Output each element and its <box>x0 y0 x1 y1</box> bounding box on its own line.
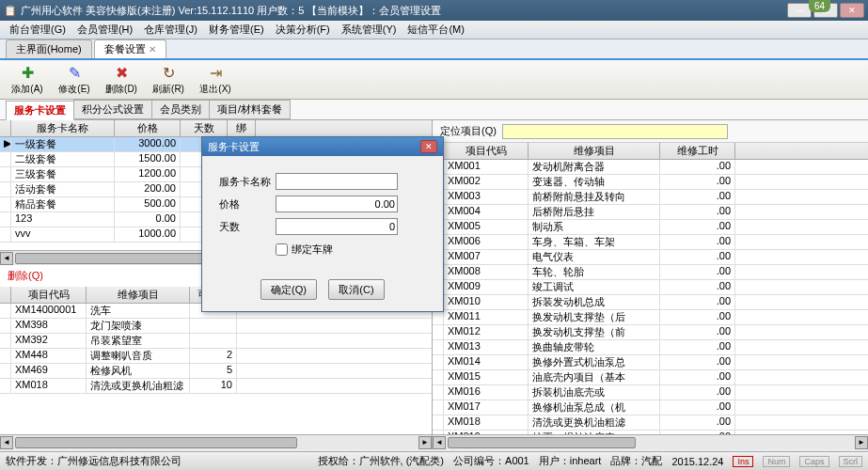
table-row[interactable]: XM002变速器、传动轴.00 <box>433 175 868 190</box>
days-input[interactable] <box>276 218 398 235</box>
status-date: 2015.12.24 <box>671 456 723 467</box>
left-bottom-grid[interactable]: XM14000001洗车XM398龙门架喷漆XM392吊装紧望室XM448调整喇… <box>0 304 432 434</box>
plus-icon: ✚ <box>18 64 37 83</box>
window-titlebar: 📋 广州用心软件 美容快修版(未注册) Ver:15.112.1110 用户数：… <box>0 0 868 21</box>
dialog-close-button[interactable]: ✕ <box>420 140 437 153</box>
exit-button[interactable]: ⇥退出(X) <box>196 64 235 96</box>
table-row[interactable]: XM018清洗或更换机油粗滤10 <box>0 379 432 394</box>
tab-home[interactable]: 主界面(Home) <box>6 39 92 58</box>
table-row[interactable]: XM012换发动机支撑垫（前.00 <box>433 325 868 340</box>
table-row[interactable]: XM001发动机附离合器.00 <box>433 160 868 175</box>
bind-vehicle-checkbox[interactable] <box>276 243 288 256</box>
cancel-button[interactable]: 取消(C) <box>328 279 385 300</box>
table-row[interactable]: XM005制动系.00 <box>433 220 868 235</box>
delete-button[interactable]: ✖删除(D) <box>102 64 141 96</box>
caps-indicator: Caps <box>799 456 829 467</box>
table-row[interactable]: XM448调整喇叭音质2 <box>0 349 432 364</box>
subtab-itemmaterial[interactable]: 项目/材料套餐 <box>209 100 291 119</box>
toolbar: ✚添加(A) ✎修改(E) ✖删除(D) ↻刷新(R) ⇥退出(X) <box>0 60 868 100</box>
menu-system[interactable]: 系统管理(Y) <box>336 23 402 37</box>
left-top-grid-header: 服务卡名称 价格 天数 绑定 <box>0 120 432 137</box>
table-row[interactable]: XM469检修风机5 <box>0 364 432 379</box>
menu-warehouse[interactable]: 仓库管理(J) <box>138 23 203 37</box>
menu-front[interactable]: 前台管理(G) <box>4 23 71 37</box>
menu-member[interactable]: 会员管理(H) <box>71 23 138 37</box>
dialog-title: 服务卡设置 <box>208 140 260 154</box>
close-button[interactable]: ✕ <box>840 3 864 18</box>
menu-sms[interactable]: 短信平台(M) <box>402 23 470 37</box>
table-row[interactable]: XM013换曲轴皮带轮.00 <box>433 340 868 355</box>
num-indicator: Num <box>763 456 790 467</box>
refresh-icon: ↻ <box>159 64 178 83</box>
status-user: 用户：inheart <box>539 454 602 468</box>
table-row[interactable]: XM009竣工调试.00 <box>433 280 868 295</box>
table-row[interactable]: XM392吊装紧望室 <box>0 334 432 349</box>
x-icon: ✖ <box>112 64 131 83</box>
table-row[interactable]: XM010拆装发动机总成.00 <box>433 295 868 310</box>
table-row[interactable]: XM016拆装机油底壳或.00 <box>433 385 868 400</box>
table-row[interactable]: XM011换发动机支撑垫（后.00 <box>433 310 868 325</box>
table-row[interactable]: XM017换修机油泵总成（机.00 <box>433 400 868 415</box>
arch-badge: 64 <box>809 0 830 12</box>
table-row[interactable]: XM398龙门架喷漆 <box>0 319 432 334</box>
ins-indicator: Ins <box>733 456 753 467</box>
table-row[interactable]: XM015油底壳内项目（基本.00 <box>433 370 868 385</box>
statusbar: 软件开发：广州修远信息科技有限公司 授权给：广州软件, (汽配类) 公司编号：A… <box>0 451 868 470</box>
subtab-points[interactable]: 积分公式设置 <box>73 100 152 119</box>
filter-input[interactable] <box>502 124 728 139</box>
ok-button[interactable]: 确定(Q) <box>260 279 317 300</box>
status-company: 公司编号：A001 <box>453 454 529 468</box>
exit-icon: ⇥ <box>206 64 225 83</box>
edit-button[interactable]: ✎修改(E) <box>55 64 94 96</box>
status-brand: 品牌：汽配 <box>610 454 662 468</box>
table-row[interactable]: XM018清洗或更换机油粗滤.00 <box>433 415 868 431</box>
add-button[interactable]: ✚添加(A) <box>8 64 47 96</box>
table-row[interactable]: XM003前桥附前悬挂及转向.00 <box>433 190 868 205</box>
table-row[interactable]: XM014换修外置式机油泵总.00 <box>433 355 868 370</box>
status-auth: 授权给：广州软件, (汽配类) <box>318 454 444 468</box>
scrollbar[interactable]: ◄► <box>0 434 432 449</box>
table-row[interactable]: XM008车轮、轮胎.00 <box>433 265 868 280</box>
pencil-icon: ✎ <box>65 64 84 83</box>
subtab-servicecard[interactable]: 服务卡设置 <box>6 101 74 120</box>
right-filter-bar: 定位项目(Q) <box>433 120 868 143</box>
table-row[interactable]: XM006车身、车箱、车架.00 <box>433 235 868 250</box>
price-label: 价格 <box>219 197 276 212</box>
menu-finance[interactable]: 财务管理(E) <box>203 23 270 37</box>
right-grid-header: 项目代码 维修项目 维修工时 <box>433 143 868 160</box>
status-dev: 软件开发：广州修远信息科技有限公司 <box>6 454 181 468</box>
bind-vehicle-label: 绑定车牌 <box>292 243 333 257</box>
refresh-button[interactable]: ↻刷新(R) <box>149 64 188 96</box>
table-row[interactable]: XM004后桥附后悬挂.00 <box>433 205 868 220</box>
tab-package[interactable]: 套餐设置✕ <box>94 39 166 58</box>
right-grid[interactable]: XM001发动机附离合器.00XM002变速器、传动轴.00XM003前桥附前悬… <box>433 160 868 434</box>
filter-label: 定位项目(Q) <box>440 124 497 138</box>
menubar: 前台管理(G) 会员管理(H) 仓库管理(J) 财务管理(E) 决策分析(F) … <box>0 21 868 39</box>
name-label: 服务卡名称 <box>219 175 276 189</box>
menu-analysis[interactable]: 决策分析(F) <box>270 23 336 37</box>
table-row[interactable]: XM007电气仪表.00 <box>433 250 868 265</box>
days-label: 天数 <box>219 220 276 234</box>
name-input[interactable] <box>276 173 398 190</box>
scrollbar[interactable]: ◄► <box>433 434 868 449</box>
scrl-indicator: Scrl <box>839 456 863 467</box>
price-input[interactable] <box>276 196 398 212</box>
subtabs: 服务卡设置 积分公式设置 会员类别 项目/材料套餐 <box>0 100 868 120</box>
subtab-membertype[interactable]: 会员类别 <box>151 100 210 119</box>
main-tabstrip: 主界面(Home) 套餐设置✕ <box>0 39 868 60</box>
servicecard-dialog: 服务卡设置 ✕ 服务卡名称 价格 天数 绑定车牌 确定(Q) 取消(C) <box>201 136 444 312</box>
app-icon: 📋 <box>4 5 17 17</box>
tab-close-icon[interactable]: ✕ <box>149 44 156 55</box>
window-title: 广州用心软件 美容快修版(未注册) Ver:15.112.1110 用户数：5 … <box>17 4 787 18</box>
